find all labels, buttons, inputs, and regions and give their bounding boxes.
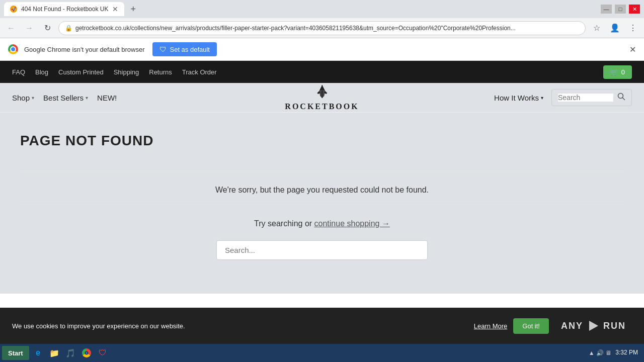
maximize-button[interactable]: □ — [615, 5, 626, 14]
lock-icon: 🔒 — [65, 25, 72, 32]
header-search-icon-button[interactable] — [617, 93, 625, 103]
window-controls: — □ ✕ — [601, 5, 640, 14]
main-content: PAGE NOT FOUND We're sorry, but the page… — [0, 113, 644, 294]
best-sellers-nav-link[interactable]: Best Sellers ▾ — [43, 94, 88, 102]
nav-track-order[interactable]: Track Order — [182, 68, 217, 76]
logo-text: ROCKETBOOK — [285, 102, 359, 111]
address-bar[interactable]: 🔒 getrocketbook.co.uk/collections/new_ar… — [58, 21, 586, 35]
shop-chevron-icon: ▾ — [32, 95, 34, 101]
page-title: PAGE NOT FOUND — [20, 133, 624, 149]
new-tab-button[interactable]: + — [130, 4, 136, 15]
site-header: Shop ▾ Best Sellers ▾ NEW! RO — [0, 83, 644, 113]
tab-close-icon[interactable]: ✕ — [112, 5, 118, 13]
best-sellers-chevron-icon: ▾ — [86, 95, 88, 101]
minimize-button[interactable]: — — [601, 5, 612, 14]
header-left-nav: Shop ▾ Best Sellers ▾ NEW! — [12, 94, 126, 102]
default-browser-banner: Google Chrome isn't your default browser… — [0, 38, 644, 61]
header-search-box[interactable] — [551, 89, 632, 106]
search-prompt: Try searching or continue shopping → — [20, 219, 624, 228]
divider-bottom — [20, 203, 624, 203]
tab-favicon: 🚀 — [10, 6, 17, 13]
nav-blog[interactable]: Blog — [35, 68, 48, 76]
close-button[interactable]: ✕ — [629, 5, 640, 14]
browser-tab[interactable]: 🚀 404 Not Found - Rocketbook UK ✕ — [4, 2, 124, 16]
site-logo[interactable]: ROCKETBOOK — [285, 84, 359, 111]
nav-faq[interactable]: FAQ — [12, 68, 25, 76]
nav-shipping[interactable]: Shipping — [114, 68, 139, 76]
svg-line-2 — [623, 98, 625, 100]
header-right: How It Works ▾ — [494, 89, 632, 106]
set-default-button[interactable]: 🛡 Set as default — [152, 42, 217, 56]
forward-button[interactable]: → — [22, 21, 36, 35]
continue-shopping-link[interactable]: continue shopping → — [314, 219, 390, 228]
site-topnav: FAQ Blog Custom Printed Shipping Returns… — [0, 61, 644, 83]
shop-nav-link[interactable]: Shop ▾ — [12, 94, 34, 102]
rocketbook-logo-icon — [315, 84, 329, 102]
how-it-works-link[interactable]: How It Works ▾ — [494, 94, 543, 102]
refresh-button[interactable]: ↻ — [40, 21, 54, 35]
how-it-works-chevron-icon: ▾ — [541, 95, 543, 101]
banner-text: Google Chrome isn't your default browser — [24, 46, 144, 53]
banner-close-button[interactable]: ✕ — [629, 45, 636, 54]
chrome-logo-icon — [8, 44, 18, 54]
profile-button[interactable]: 👤 — [608, 21, 622, 35]
main-search-container — [20, 240, 624, 260]
divider-top — [20, 169, 624, 169]
tab-title: 404 Not Found - Rocketbook UK — [21, 6, 108, 13]
new-nav-link[interactable]: NEW! — [97, 94, 117, 102]
back-button[interactable]: ← — [4, 21, 18, 35]
cart-icon: 🛒 — [610, 68, 618, 76]
cart-count: 0 — [621, 68, 625, 76]
main-search-input[interactable] — [216, 240, 428, 260]
shield-icon: 🛡 — [159, 45, 167, 53]
header-search-input[interactable] — [558, 94, 613, 102]
address-text: getrocketbook.co.uk/collections/new_arri… — [75, 25, 579, 32]
nav-custom-printed[interactable]: Custom Printed — [58, 68, 104, 76]
cart-button[interactable]: 🛒 0 — [603, 65, 632, 79]
bookmark-button[interactable]: ☆ — [590, 21, 604, 35]
sorry-message: We're sorry, but the page you requested … — [20, 186, 624, 195]
menu-button[interactable]: ⋮ — [626, 21, 640, 35]
nav-returns[interactable]: Returns — [149, 68, 172, 76]
